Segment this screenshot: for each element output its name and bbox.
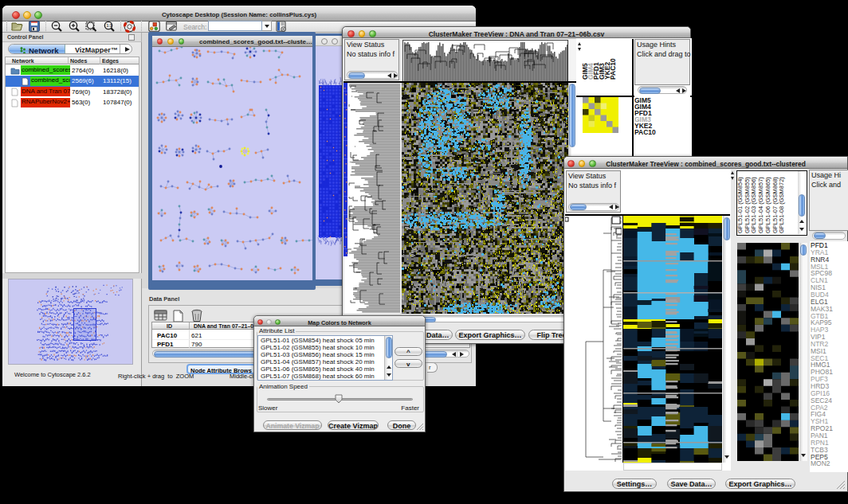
svg-text:1:1: 1:1 xyxy=(106,23,112,28)
